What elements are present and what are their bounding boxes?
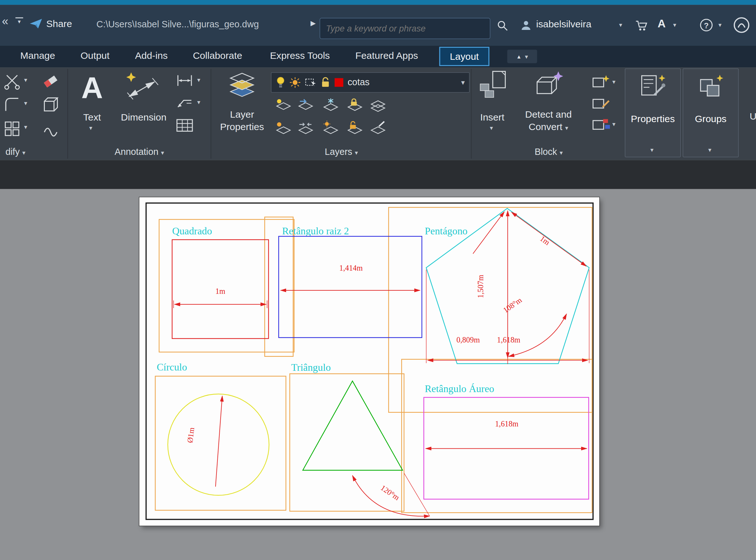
offset-icon[interactable] [41, 120, 60, 138]
properties-panel[interactable]: Properties ▾ [625, 68, 681, 157]
detect-convert-icon[interactable] [531, 70, 564, 98]
autodesk-app-caret-icon[interactable]: ▾ [673, 21, 676, 28]
help-caret-icon[interactable]: ▾ [718, 21, 722, 28]
tab-express-tools[interactable]: Express Tools [270, 50, 330, 61]
attribute-manager-icon[interactable] [591, 117, 610, 133]
detect-convert-label-line2[interactable]: Convert ▾ [521, 121, 576, 133]
explode-icon[interactable] [41, 95, 60, 114]
ribbon-minimize-button[interactable]: ▲ ▾ [507, 49, 537, 63]
layer-combo-value: cotas [347, 77, 369, 88]
layer-combo[interactable]: cotas ▾ [271, 72, 470, 93]
layer-match-icon[interactable] [297, 97, 314, 113]
layout-drawing: Quadrado 1m Retângulo raiz 2 1,414m Pe [139, 197, 599, 526]
text-tool-label[interactable]: Text [80, 112, 105, 123]
layer-on-bulb-icon[interactable] [275, 76, 285, 89]
dimension-tool-icon[interactable] [123, 70, 160, 101]
pentagono-figure: Pentágono 1,507m 1m 108°m 0,809m 1,618m [425, 208, 589, 364]
layer-color-swatch[interactable] [335, 78, 343, 87]
linear-dim-icon[interactable] [175, 74, 195, 88]
fillet-icon[interactable] [3, 95, 21, 114]
tab-featured-apps[interactable]: Featured Apps [355, 50, 418, 61]
insert-label[interactable]: Insert [471, 112, 513, 123]
user-menu-caret-icon[interactable]: ▾ [619, 21, 622, 28]
annotation-panel: A Text ▾ Dimension ▾ ▾ [68, 67, 211, 160]
leader-caret-icon[interactable]: ▾ [197, 98, 200, 105]
layer-edit-icon[interactable] [369, 121, 387, 136]
raiz2-dim: 1,414m [339, 264, 363, 272]
layer-properties-label-line2[interactable]: Properties [217, 121, 267, 133]
groups-panel[interactable]: Groups ▾ [682, 68, 738, 157]
tab-manage[interactable]: Manage [20, 50, 55, 61]
block-editor-caret-icon[interactable]: ▾ [612, 78, 615, 85]
linear-dim-caret-icon[interactable]: ▾ [197, 76, 200, 84]
text-tool-icon[interactable]: A [78, 67, 106, 109]
layer-thaw-all-icon[interactable] [322, 121, 340, 136]
layer-thaw-sun-icon[interactable] [290, 77, 300, 88]
dimension-tool-label[interactable]: Dimension [119, 112, 169, 123]
erase-icon[interactable] [41, 72, 60, 91]
block-panel-label[interactable]: Block ▾ [520, 146, 578, 157]
collapse-chevron-icon[interactable]: « [2, 14, 8, 28]
leader-icon[interactable] [175, 95, 195, 110]
fillet-caret-icon[interactable]: ▾ [24, 99, 27, 106]
share-paperplane-icon[interactable] [29, 18, 43, 30]
edit-attribute-icon[interactable] [591, 95, 610, 112]
modify-panel-label[interactable]: dify ▾ [0, 146, 31, 157]
help-icon[interactable]: ? [700, 19, 712, 31]
properties-caret-icon[interactable]: ▾ [651, 146, 654, 154]
path-expand-icon[interactable]: ▶ [311, 19, 316, 27]
layer-walk-icon[interactable] [297, 121, 314, 136]
trim-icon[interactable] [3, 72, 21, 91]
pentagono-dim-half: 0,809m [456, 336, 480, 344]
share-button[interactable]: Share [46, 18, 72, 29]
text-tool-caret-icon[interactable]: ▾ [89, 124, 93, 132]
username[interactable]: isabelsilveira [536, 19, 591, 30]
circulo-dim: Ø1m [185, 427, 196, 444]
layer-viewport-freeze-icon[interactable] [305, 77, 316, 88]
insert-block-icon[interactable] [477, 69, 508, 100]
modify-caret-icon: ▾ [22, 149, 25, 157]
layer-off-icon[interactable] [275, 97, 292, 113]
pentagono-dim-height: 1,507m [476, 275, 485, 298]
layer-on-sun-icon[interactable] [275, 121, 292, 136]
block-panel: Insert ▾ Detect and Convert ▾ ▾ ▾ Block … [471, 67, 623, 160]
application-window: « ▾ Share C:\Users\Isabel Silve...\figur… [0, 0, 756, 560]
layer-properties-icon[interactable] [225, 69, 260, 101]
quadrado-label: Quadrado [172, 225, 212, 237]
qat-customize-icon[interactable]: ▾ [16, 18, 23, 25]
trim-caret-icon[interactable]: ▾ [24, 76, 27, 84]
search-input[interactable] [320, 18, 490, 39]
properties-icon [640, 73, 667, 100]
cart-icon[interactable] [635, 20, 649, 31]
array-icon[interactable] [3, 120, 21, 138]
tab-layout-active[interactable]: Layout [440, 47, 490, 66]
table-icon[interactable] [175, 118, 195, 133]
layer-unlock-icon[interactable] [321, 77, 330, 88]
detect-convert-label-line1[interactable]: Detect and [521, 109, 576, 120]
layer-lock-icon[interactable] [346, 97, 364, 113]
insert-caret-icon[interactable]: ▾ [490, 124, 493, 132]
autodesk-app-icon[interactable]: A [658, 18, 666, 31]
user-avatar-icon[interactable] [520, 19, 532, 31]
search-icon[interactable] [497, 20, 509, 32]
annotation-panel-label[interactable]: Annotation ▾ [105, 146, 174, 157]
tab-add-ins[interactable]: Add-ins [135, 50, 168, 61]
layers-panel-label[interactable]: Layers ▾ [308, 146, 375, 157]
file-path: C:\Users\Isabel Silve...\figuras_geo.dwg [96, 19, 259, 30]
block-editor-icon[interactable] [591, 75, 610, 91]
layout-paper-sheet[interactable]: Quadrado 1m Retângulo raiz 2 1,414m Pe [139, 197, 599, 526]
tab-collaborate[interactable]: Collaborate [193, 50, 242, 61]
drawing-canvas[interactable]: Quadrado 1m Retângulo raiz 2 1,414m Pe [0, 189, 756, 560]
minimize-caret-icon: ▾ [525, 53, 528, 60]
layer-unlock-all-icon[interactable] [346, 121, 364, 136]
layer-isolate-icon[interactable] [369, 97, 387, 113]
layer-properties-label-line1[interactable]: Layer [217, 109, 267, 120]
groups-caret-icon[interactable]: ▾ [708, 146, 712, 154]
attribute-manager-caret-icon[interactable]: ▾ [612, 121, 615, 128]
layer-combo-caret-icon[interactable]: ▾ [461, 78, 465, 87]
layer-freeze-icon[interactable] [322, 97, 340, 113]
pentagono-dim-angle: 108°m [502, 295, 523, 314]
array-caret-icon[interactable]: ▾ [24, 123, 27, 131]
tab-output[interactable]: Output [80, 50, 109, 61]
app-badge-icon[interactable] [733, 17, 750, 34]
